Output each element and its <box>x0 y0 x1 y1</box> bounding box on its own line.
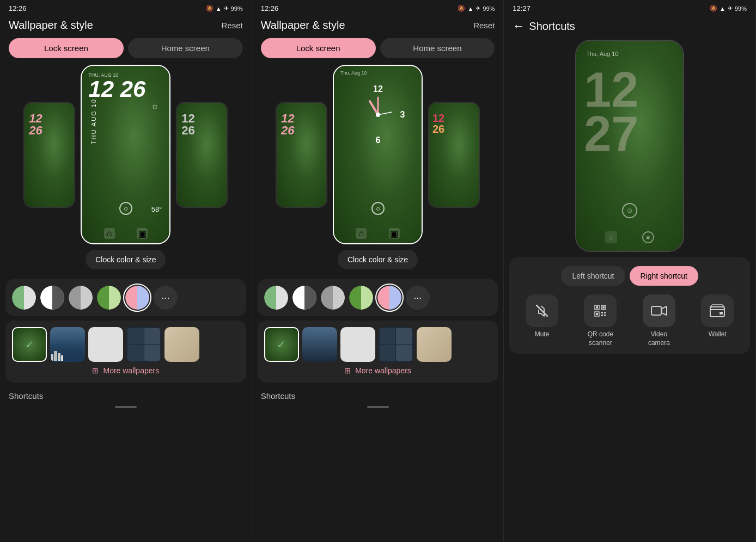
sc-qr-icon-box[interactable] <box>584 294 617 327</box>
nav-home-3: ⌂ <box>605 231 617 243</box>
more-swatches-2[interactable]: ··· <box>406 286 430 310</box>
tab-home-2[interactable]: Home screen <box>380 38 495 58</box>
sc-mute-icon-box[interactable] <box>526 294 558 327</box>
analog-clock-2: 12 3 6 <box>345 82 411 147</box>
check-icon-2: ✓ <box>277 338 286 351</box>
swatch-2-1[interactable] <box>264 286 288 310</box>
wallpaper-row-2: ✓ <box>264 327 492 362</box>
nav-home-2: ⌂ <box>356 228 367 239</box>
mute-icon-2: 🔕 <box>458 5 465 12</box>
shortcut-tabs-3: Left shortcut Right shortcut <box>516 266 743 286</box>
sc-video-label: Videocamera <box>648 330 670 347</box>
preview-area-2: 1226 Thu, Aug 10 12 3 6 <box>252 65 504 244</box>
swatch-2-5[interactable] <box>377 286 401 310</box>
qr-icon-3 <box>593 303 608 318</box>
fingerprint-1: ⊙ <box>119 202 132 215</box>
swatch-2-3[interactable] <box>321 286 345 310</box>
wp-thumb-2-3[interactable] <box>340 327 375 362</box>
svg-rect-25 <box>604 312 606 313</box>
svg-marker-29 <box>662 306 667 315</box>
shortcut-grid-3: Mute <box>516 294 743 347</box>
swatch-2-2[interactable] <box>292 286 316 310</box>
shortcuts-label-1: Shortcuts <box>0 387 252 403</box>
svg-text:12: 12 <box>373 84 383 94</box>
shortcuts-section-3: Left shortcut Right shortcut Mute <box>509 257 750 354</box>
clock-color-btn-2[interactable]: Clock color & size <box>338 250 418 269</box>
wp-thumb-2-2[interactable] <box>302 327 337 362</box>
clock-color-wrapper-1: Clock color & size <box>0 250 252 275</box>
date-label-2: Thu, Aug 10 <box>340 70 367 76</box>
svg-rect-27 <box>604 315 606 316</box>
wallpaper-icon-2: ⊞ <box>344 366 351 375</box>
svg-rect-31 <box>720 312 723 315</box>
header-3: ← Shortcuts <box>504 15 755 40</box>
wp-thumb-1-2[interactable] <box>50 327 85 362</box>
sc-video-icon-box[interactable] <box>643 294 675 327</box>
swatch-1-4[interactable] <box>97 286 121 310</box>
wp-thumb-2-4[interactable] <box>379 327 413 362</box>
wallpaper-section-1: ✓ <box>5 321 246 383</box>
phone-mockup-main-2[interactable]: Thu, Aug 10 12 3 6 ⊙ <box>333 65 423 244</box>
color-section-2: ··· <box>258 279 498 316</box>
page-title-1: Wallpaper & style <box>9 19 93 32</box>
wp-thumb-2-5[interactable] <box>417 327 452 362</box>
airplane-icon-3: ✈ <box>728 5 733 12</box>
phone-mockup-main-1[interactable]: THU, AUG 10 12 26 THU AUG 10 ☼ 58° ⊙ ⌂ ▣ <box>81 65 170 244</box>
sc-tab-left-3[interactable]: Left shortcut <box>561 266 625 286</box>
temp-1: 58° <box>151 205 162 213</box>
svg-rect-26 <box>601 315 603 316</box>
panel-2: 12:26 🔕 ▲ ✈ 99% Wallpaper & style Reset … <box>252 0 504 542</box>
tab-lock-1[interactable]: Lock screen <box>9 38 124 58</box>
fingerprint-3: ⊙ <box>622 203 637 218</box>
more-swatches-1[interactable]: ··· <box>154 286 178 310</box>
reset-btn-1[interactable]: Reset <box>221 21 242 30</box>
more-wp-btn-2[interactable]: ⊞ More wallpapers <box>344 362 411 376</box>
swatch-1-3[interactable] <box>69 286 93 310</box>
phone-mockup-sm-right-1[interactable]: 1226 <box>176 102 228 208</box>
tab-lock-2[interactable]: Lock screen <box>261 38 376 58</box>
wp-thumb-1-1[interactable]: ✓ <box>12 327 47 362</box>
wifi-icon-3: ▲ <box>720 5 725 12</box>
wp-thumb-1-4[interactable] <box>126 327 161 362</box>
reset-btn-2[interactable]: Reset <box>473 21 495 30</box>
back-btn-3[interactable]: ← <box>513 19 525 33</box>
nav-bar-1: ⌂ ▣ <box>82 228 169 239</box>
phone-mockup-sm-left-2[interactable]: 1226 <box>276 102 327 208</box>
nav-home-1: ⌂ <box>104 228 115 239</box>
svg-point-4 <box>125 286 149 310</box>
sc-video: Videocamera <box>633 294 685 347</box>
tab-home-1[interactable]: Home screen <box>128 38 243 58</box>
nav-circle-3: ▣ <box>642 231 654 243</box>
swatch-1-5[interactable] <box>125 286 149 310</box>
wp-thumb-1-5[interactable] <box>164 327 199 362</box>
color-section-1: ··· <box>5 279 246 316</box>
wp-thumb-2-1[interactable]: ✓ <box>264 327 299 362</box>
status-bar-3: 12:27 🔕 ▲ ✈ 99% <box>504 0 755 15</box>
sc-mute-label: Mute <box>535 330 550 339</box>
swatch-1-1[interactable] <box>12 286 36 310</box>
time-3: 12:27 <box>513 4 531 13</box>
color-swatches-1: ··· <box>12 286 240 310</box>
clock-vertical-1: THU AUG 10 <box>90 98 97 144</box>
nav-bar-3: ⌂ ▣ <box>576 231 683 243</box>
sc-wallet-label: Wallet <box>709 330 727 339</box>
sc-tab-right-3[interactable]: Right shortcut <box>630 266 698 286</box>
phone-mockup-sm-left-1[interactable]: 1226 <box>23 102 75 208</box>
mute-icon-3 <box>534 303 550 318</box>
mute-icon-3: 🔕 <box>710 5 717 12</box>
clock-sm-left-2: 1226 <box>281 113 294 137</box>
clock-color-btn-1[interactable]: Clock color & size <box>86 250 166 269</box>
clock-sm-right-1: 1226 <box>181 113 194 137</box>
phone-mockup-lg-3[interactable]: Thu, Aug 10 1227 ⊙ ⌂ ▣ <box>575 40 684 252</box>
swatch-1-2[interactable] <box>40 286 64 310</box>
sc-wallet-icon-box[interactable] <box>701 294 734 327</box>
shortcuts-label-2: Shortcuts <box>252 387 504 403</box>
wp-thumb-1-3[interactable] <box>88 327 123 362</box>
svg-rect-28 <box>651 306 661 315</box>
more-wp-btn-1[interactable]: ⊞ More wallpapers <box>92 362 159 376</box>
phone-mockup-sm-right-2[interactable]: 12 26 <box>428 102 480 208</box>
status-bar-1: 12:26 🔕 ▲ ✈ 99% <box>0 0 252 15</box>
battery-2: 99% <box>483 5 495 12</box>
battery-3: 99% <box>735 5 747 12</box>
swatch-2-4[interactable] <box>349 286 373 310</box>
